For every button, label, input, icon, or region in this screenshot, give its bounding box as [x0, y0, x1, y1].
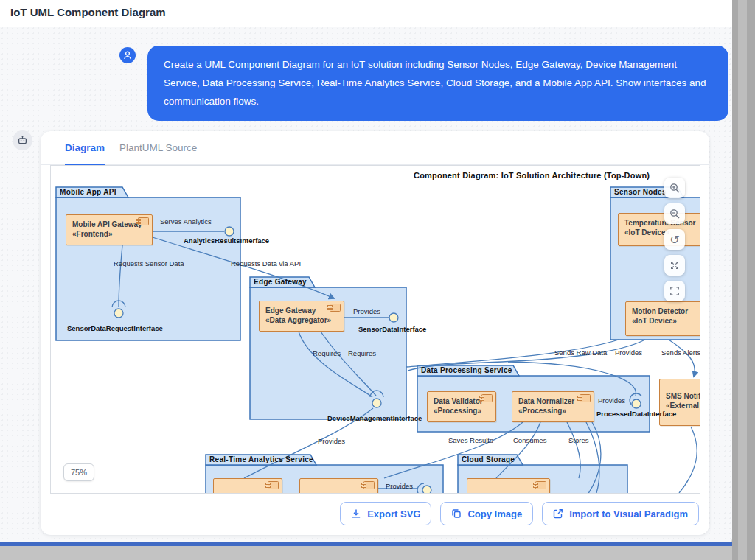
component-mobile-api-gateway: Mobile API Gateway «Frontend»: [66, 214, 153, 245]
diagram-canvas[interactable]: Component Diagram: IoT Solution Architec…: [50, 165, 700, 494]
zoom-out-icon: [669, 209, 681, 220]
package-title-edge-gateway: Edge Gateway: [254, 278, 307, 286]
component-icon: [138, 217, 149, 225]
fullscreen-icon: [669, 286, 680, 296]
edge-label: Provides: [598, 396, 625, 405]
component-data-normalizer: Data Normalizer «Processing»: [512, 391, 594, 422]
reset-view-button[interactable]: ↺: [664, 229, 685, 250]
chat-message-bubble: Create a UML Component Diagram for an Io…: [147, 46, 728, 121]
component-icon: [363, 481, 375, 489]
page-header: IoT UML Component Diagram: [0, 0, 732, 27]
edge-label: Requests Data via API: [231, 259, 301, 267]
edge-label: Serves Analytics: [160, 217, 212, 225]
diagram-panel: Diagram PlantUML Source: [41, 131, 709, 535]
edge-label: Sends Raw Data: [554, 349, 607, 357]
component-icon: [580, 394, 591, 402]
edge-label: Provides: [353, 307, 380, 315]
tab-diagram[interactable]: Diagram: [65, 131, 105, 165]
expand-arrows-icon: [669, 260, 680, 270]
copy-image-button[interactable]: Copy Image: [440, 502, 533, 525]
component-sms-notification: SMS Notif «External: [659, 379, 700, 426]
robot-icon: [17, 135, 28, 146]
edge-label: Sends Alerts: [661, 349, 700, 357]
interface-label: DeviceManagementInterface: [327, 414, 422, 422]
edge-label: Stores: [568, 436, 588, 444]
tab-plantuml-source[interactable]: PlantUML Source: [119, 131, 197, 164]
external-link-icon: [553, 508, 563, 519]
zoom-level-badge: 75%: [63, 463, 94, 481]
interface-label: AnalyticsResultsInterface: [184, 237, 269, 245]
zoom-in-icon: [669, 183, 681, 194]
interface-label: SensorDataInterface: [358, 325, 426, 333]
package-title-sensor-nodes: Sensor Nodes: [614, 188, 667, 196]
tab-bar: Diagram PlantUML Source: [41, 131, 709, 165]
component-icon: [330, 304, 341, 312]
zoom-out-button[interactable]: [664, 203, 685, 224]
reset-icon: ↺: [669, 233, 679, 247]
window-right-gutter: [732, 0, 755, 560]
component-temperature-sensor: Temperature Sensor «IoT Device»: [618, 213, 700, 246]
window-bottom-accent-bar: [0, 542, 732, 546]
edge-label: Requests Sensor Data: [114, 259, 184, 267]
edge-label: Requires: [348, 349, 376, 357]
diagram-title: Component Diagram: IoT Solution Architec…: [414, 171, 650, 180]
scrollbar-track[interactable]: [738, 0, 747, 560]
interface-label: ProcessedDataInterface: [596, 410, 676, 418]
component-icon: [268, 481, 279, 489]
edge-label: Provides: [615, 349, 642, 357]
import-to-visual-paradigm-button[interactable]: Import to Visual Paradigm: [542, 502, 699, 525]
component-motion-detector: Motion Detector «IoT Device»: [625, 301, 700, 336]
app-window: IoT UML Component Diagram Create a UML C…: [0, 0, 732, 546]
edge-label: Provides: [318, 437, 345, 445]
download-icon: [351, 508, 361, 519]
package-title-data-processing-service: Data Processing Service: [421, 366, 512, 374]
package-title-cloud-storage: Cloud Storage: [462, 455, 515, 463]
component-icon: [481, 394, 493, 402]
package-title-realtime-analytics-service: Real-Time Analytics Service: [209, 455, 313, 463]
component-data-validator: Data Validator «Processing»: [427, 391, 496, 422]
copy-icon: [451, 508, 462, 519]
component-analytics-2-cutoff: [299, 478, 378, 494]
edge-label: Requires: [313, 349, 341, 357]
component-edge-gateway: Edge Gateway «Data Aggregator»: [259, 301, 344, 332]
interface-label: SensorDataRequestInterface: [67, 324, 163, 332]
edge-label: Provides: [386, 482, 413, 490]
footer-actions: Export SVG Copy Image Import to Visual P…: [340, 502, 699, 525]
edge-label: Saves Results: [448, 436, 493, 444]
package-title-mobile-app-api: Mobile App API: [60, 188, 116, 196]
user-avatar: [119, 47, 136, 63]
export-svg-button[interactable]: Export SVG: [340, 502, 431, 525]
fullscreen-button[interactable]: [664, 281, 685, 301]
component-cloud-storage-cutoff: [467, 478, 550, 494]
expand-button[interactable]: [664, 255, 685, 276]
chat-message-text: Create a UML Component Diagram for an Io…: [164, 59, 706, 107]
person-icon: [122, 50, 133, 60]
bot-avatar: [13, 130, 32, 150]
edge-label: Consumes: [513, 436, 546, 444]
component-icon: [535, 481, 546, 489]
page-title: IoT UML Component Diagram: [10, 6, 166, 18]
component-analytics-1-cutoff: [213, 478, 282, 494]
zoom-in-button[interactable]: [664, 178, 685, 198]
